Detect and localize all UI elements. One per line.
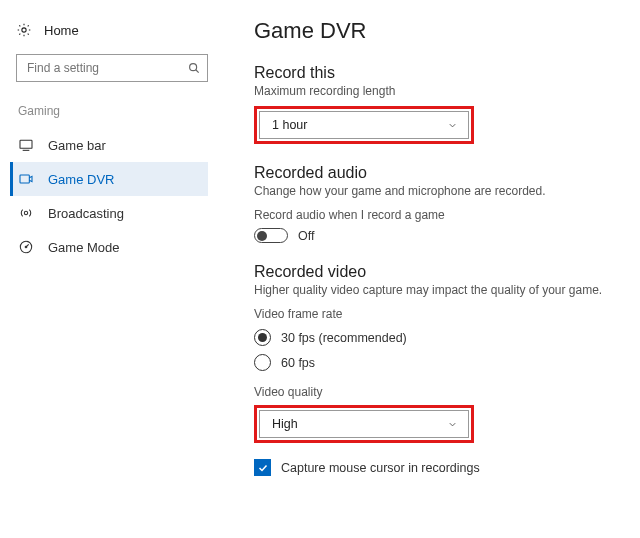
sidebar-item-label: Game bar bbox=[48, 138, 106, 153]
section-title: Record this bbox=[254, 64, 620, 82]
page-title: Game DVR bbox=[254, 18, 620, 44]
settings-main: Game DVR Record this Maximum recording l… bbox=[218, 0, 640, 538]
checkbox-icon bbox=[254, 459, 271, 476]
dropdown-value: 1 hour bbox=[272, 118, 307, 132]
toggle-state-label: Off bbox=[298, 229, 314, 243]
svg-point-6 bbox=[24, 211, 27, 214]
section-subtitle: Maximum recording length bbox=[254, 84, 620, 98]
recording-length-dropdown[interactable]: 1 hour bbox=[259, 111, 469, 139]
home-label: Home bbox=[44, 23, 79, 38]
svg-rect-3 bbox=[20, 140, 32, 148]
svg-point-1 bbox=[190, 64, 197, 71]
svg-rect-5 bbox=[20, 175, 29, 183]
dropdown-value: High bbox=[272, 417, 298, 431]
sidebar-item-broadcasting[interactable]: Broadcasting bbox=[16, 196, 208, 230]
section-record-this: Record this Maximum recording length 1 h… bbox=[254, 64, 620, 144]
settings-sidebar: Home Gaming Game bar bbox=[0, 0, 218, 538]
highlight-recording-length: 1 hour bbox=[254, 106, 474, 144]
monitor-icon bbox=[18, 137, 34, 153]
gear-icon bbox=[16, 22, 32, 38]
video-quality-label: Video quality bbox=[254, 385, 620, 399]
svg-point-8 bbox=[25, 246, 27, 248]
radio-label: 60 fps bbox=[281, 356, 315, 370]
section-subtitle: Higher quality video capture may impact … bbox=[254, 283, 620, 297]
toggle-knob bbox=[257, 231, 267, 241]
radio-icon bbox=[254, 354, 271, 371]
search-icon bbox=[187, 61, 201, 75]
sidebar-item-label: Broadcasting bbox=[48, 206, 124, 221]
svg-point-0 bbox=[22, 28, 26, 32]
record-audio-toggle[interactable] bbox=[254, 228, 288, 243]
section-recorded-audio: Recorded audio Change how your game and … bbox=[254, 164, 620, 243]
capture-cursor-option[interactable]: Capture mouse cursor in recordings bbox=[254, 459, 620, 476]
svg-line-2 bbox=[196, 70, 199, 73]
sidebar-item-label: Game DVR bbox=[48, 172, 114, 187]
highlight-video-quality: High bbox=[254, 405, 474, 443]
section-recorded-video: Recorded video Higher quality video capt… bbox=[254, 263, 620, 443]
sidebar-item-game-dvr[interactable]: Game DVR bbox=[10, 162, 208, 196]
sidebar-item-game-mode[interactable]: Game Mode bbox=[16, 230, 208, 264]
video-quality-dropdown[interactable]: High bbox=[259, 410, 469, 438]
broadcast-icon bbox=[18, 205, 34, 221]
radio-icon bbox=[254, 329, 271, 346]
nav-group-label: Gaming bbox=[16, 104, 208, 118]
toggle-caption: Record audio when I record a game bbox=[254, 208, 620, 222]
frame-rate-60-option[interactable]: 60 fps bbox=[254, 354, 620, 371]
section-title: Recorded video bbox=[254, 263, 620, 281]
sidebar-item-game-bar[interactable]: Game bar bbox=[16, 128, 208, 162]
chevron-down-icon bbox=[447, 419, 458, 430]
home-link[interactable]: Home bbox=[16, 20, 208, 40]
search-input[interactable] bbox=[25, 60, 187, 76]
section-title: Recorded audio bbox=[254, 164, 620, 182]
radio-label: 30 fps (recommended) bbox=[281, 331, 407, 345]
frame-rate-30-option[interactable]: 30 fps (recommended) bbox=[254, 329, 620, 346]
frame-rate-label: Video frame rate bbox=[254, 307, 620, 321]
chevron-down-icon bbox=[447, 120, 458, 131]
checkbox-label: Capture mouse cursor in recordings bbox=[281, 461, 480, 475]
search-box[interactable] bbox=[16, 54, 208, 82]
section-subtitle: Change how your game and microphone are … bbox=[254, 184, 620, 198]
sidebar-item-label: Game Mode bbox=[48, 240, 120, 255]
dvr-icon bbox=[18, 171, 34, 187]
gauge-icon bbox=[18, 239, 34, 255]
